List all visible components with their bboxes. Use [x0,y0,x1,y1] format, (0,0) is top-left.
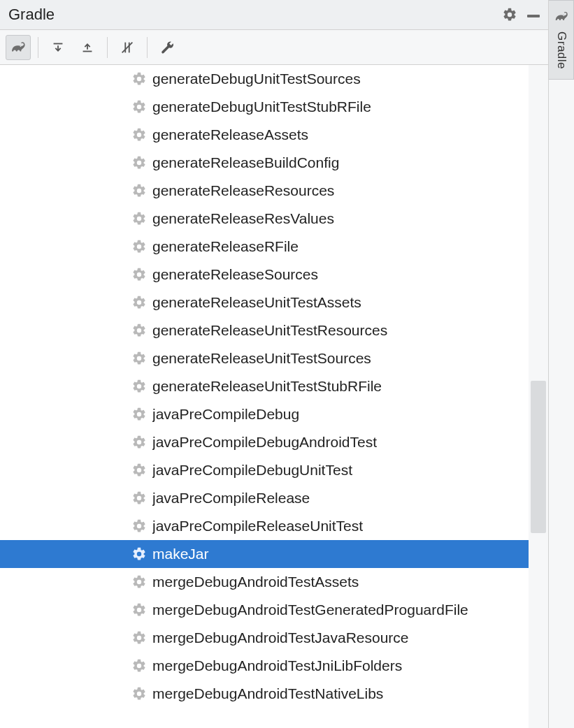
task-row[interactable]: generateDebugUnitTestStubRFile [0,93,548,121]
panel-title: Gradle [8,6,55,24]
task-row[interactable]: javaPreCompileRelease [0,484,548,512]
task-label: mergeDebugAndroidTestJavaResource [152,629,409,646]
task-label: mergeDebugAndroidTestJniLibFolders [152,657,402,674]
refresh-gradle-button[interactable] [6,35,31,60]
task-row[interactable]: mergeDebugAndroidTestGeneratedProguardFi… [0,596,548,624]
task-label: mergeDebugAndroidTestGeneratedProguardFi… [152,602,468,618]
gear-icon [131,658,147,674]
gear-icon [131,602,147,618]
task-label: generateReleaseResValues [152,210,334,227]
toolbar-divider [38,37,38,58]
gear-icon [131,211,147,226]
task-row[interactable]: mergeDebugAndroidTestJavaResource [0,624,548,652]
expand-all-button[interactable] [45,35,71,60]
task-label: generateReleaseRFile [152,238,299,255]
svg-line-6 [122,42,133,52]
settings-icon[interactable] [502,7,517,22]
task-label: mergeDebugAndroidTestNativeLibs [152,685,383,702]
side-tab-label: Gradle [554,31,568,69]
task-label: generateDebugUnitTestStubRFile [152,99,371,115]
gear-icon [131,407,147,422]
task-row[interactable]: mergeDebugAndroidTestNativeLibs [0,680,548,708]
task-row[interactable]: makeJar [0,540,548,568]
task-row[interactable]: generateReleaseBuildConfig [0,149,548,177]
gear-icon [131,155,147,170]
task-label: generateReleaseUnitTestAssets [152,294,361,311]
task-row[interactable]: mergeDebugAndroidTestJniLibFolders [0,652,548,680]
gradle-elephant-icon [10,39,27,56]
toolbar-divider [147,37,148,58]
task-row[interactable]: javaPreCompileDebugUnitTest [0,456,548,484]
collapse-all-icon [80,40,95,55]
task-row[interactable]: generateReleaseUnitTestSources [0,344,548,372]
task-label: javaPreCompileRelease [152,490,310,507]
task-label: generateReleaseResources [152,182,334,199]
task-row[interactable]: javaPreCompileDebugAndroidTest [0,428,548,456]
task-label: generateDebugUnitTestSources [152,71,361,87]
gear-icon [131,351,147,366]
toolbar [0,30,548,65]
task-row[interactable]: generateDebugUnitTestSources [0,65,548,93]
gear-icon [131,546,147,562]
task-row[interactable]: generateReleaseRFile [0,233,548,261]
task-row[interactable]: generateReleaseSources [0,261,548,289]
toolbar-divider [107,37,108,58]
task-label: javaPreCompileDebug [152,406,299,423]
build-settings-button[interactable] [155,35,180,60]
offline-icon [120,40,135,55]
gradle-panel: Gradle [0,0,549,728]
gear-icon [131,71,147,87]
task-label: mergeDebugAndroidTestAssets [152,574,359,590]
gear-icon [131,99,147,115]
task-row[interactable]: javaPreCompileDebug [0,400,548,428]
task-label: javaPreCompileReleaseUnitTest [152,518,363,534]
task-label: makeJar [152,546,209,562]
task-row[interactable]: generateReleaseResources [0,177,548,205]
task-label: generateReleaseBuildConfig [152,154,339,171]
gear-icon [131,379,147,394]
expand-all-icon [50,40,66,55]
toggle-offline-mode-button[interactable] [115,35,140,60]
minimize-button[interactable] [527,12,540,17]
task-label: generateReleaseUnitTestStubRFile [152,378,382,395]
gear-icon [131,183,147,198]
gear-icon [131,490,147,506]
gear-icon [131,323,147,338]
gear-icon [131,518,147,534]
gear-icon [131,295,147,310]
gear-icon [131,127,147,143]
gear-icon [131,267,147,282]
task-row[interactable]: javaPreCompileReleaseUnitTest [0,512,548,540]
task-row[interactable]: generateReleaseUnitTestAssets [0,289,548,316]
task-row[interactable]: generateReleaseUnitTestResources [0,316,548,344]
gear-icon [131,239,147,254]
task-row[interactable]: generateReleaseAssets [0,121,548,149]
task-label: generateReleaseAssets [152,126,308,143]
gear-icon [131,435,147,450]
task-row[interactable]: generateReleaseResValues [0,205,548,233]
scrollbar-thumb[interactable] [531,381,546,533]
task-row[interactable]: mergeDebugAndroidTestAssets [0,568,548,596]
gear-icon [131,574,147,590]
task-label: generateReleaseUnitTestSources [152,350,371,367]
task-label: javaPreCompileDebugAndroidTest [152,434,377,451]
task-label: javaPreCompileDebugUnitTest [152,462,352,479]
right-gutter: Gradle [549,0,574,728]
gear-icon [131,630,147,646]
wrench-icon [159,40,175,55]
collapse-all-button[interactable] [75,35,100,60]
gear-icon [131,686,147,701]
task-label: generateReleaseSources [152,266,318,283]
task-label: generateReleaseUnitTestResources [152,322,387,339]
gradle-tool-window-tab[interactable]: Gradle [549,0,574,80]
task-tree[interactable]: generateDebugUnitTestSourcesgenerateDebu… [0,65,548,728]
gear-icon [131,463,147,478]
panel-header: Gradle [0,0,548,30]
task-row[interactable]: generateReleaseUnitTestStubRFile [0,372,548,400]
gradle-elephant-icon [554,9,569,24]
